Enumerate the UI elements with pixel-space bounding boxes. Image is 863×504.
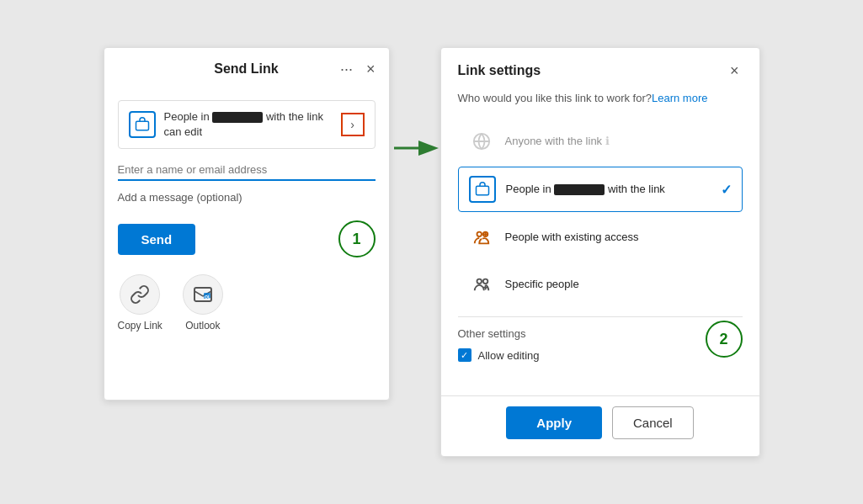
email-input-wrap [118,162,376,181]
option-anyone: Anyone with the link ℹ [458,119,743,163]
specific-people-icon [468,271,495,298]
permission-box[interactable]: People in with the link can edit › [118,100,376,149]
selected-checkmark: ✓ [721,182,732,198]
header-actions: ··· × [337,60,379,78]
svg-rect-7 [476,187,488,196]
close-button[interactable]: × [363,60,379,78]
outlook-label: Outlook [185,320,220,332]
link-settings-title: Link settings [458,63,541,78]
building-icon [469,176,496,203]
copy-link-icon [120,274,160,315]
cancel-button[interactable]: Cancel [612,406,694,439]
send-link-panel: Send Link ··· × People in [104,47,390,401]
other-settings-row: Other settings ✓ Allow editing 2 [458,327,743,375]
send-row: Send 1 [118,220,376,257]
permission-left: People in with the link can edit [129,109,341,140]
option-people-org-text: People in with the link [506,182,711,197]
permission-icon [129,111,156,138]
send-link-header: Send Link ··· × [104,48,389,87]
svg-point-8 [477,232,482,237]
send-button[interactable]: Send [118,224,196,255]
email-input[interactable] [118,163,376,176]
link-settings-subtitle: Who would you like this link to work for… [458,90,743,107]
allow-editing-label: Allow editing [478,349,540,362]
other-settings-content: Other settings ✓ Allow editing [458,327,540,375]
arrow-icon [390,131,440,165]
option-existing-text: People with existing access [505,230,732,245]
link-settings-body: Who would you like this link to work for… [441,90,759,390]
option-anyone-text: Anyone with the link ℹ [505,134,732,149]
learn-more-link[interactable]: Learn more [652,92,707,104]
badge-2: 2 [706,321,743,358]
outlook-button[interactable]: OL Outlook [183,274,223,332]
svg-point-11 [482,279,487,284]
arrow-container [390,47,440,165]
allow-editing-checkbox[interactable]: ✓ [458,348,471,362]
link-settings-header: Link settings × [441,48,759,90]
allow-editing-row: ✓ Allow editing [458,348,540,362]
link-settings-footer: Apply Cancel [441,395,759,456]
apply-button[interactable]: Apply [506,406,602,439]
divider [458,316,743,317]
icon-buttons-row: Copy Link OL Outlook [118,274,376,332]
existing-access-icon [468,224,495,251]
chevron-button[interactable]: › [341,113,365,136]
link-settings-close[interactable]: × [727,61,743,80]
outlook-icon: OL [183,274,223,315]
copy-link-label: Copy Link [118,320,162,332]
link-settings-panel: Link settings × Who would you like this … [440,47,760,458]
copy-link-button[interactable]: Copy Link [118,274,162,332]
svg-rect-0 [136,121,148,130]
svg-text:OL: OL [205,294,210,300]
badge-1: 1 [338,220,376,257]
globe-icon [468,128,495,155]
option-specific-text: Specific people [505,277,732,292]
other-settings-label: Other settings [458,327,540,340]
option-existing-access[interactable]: People with existing access [458,215,743,259]
message-label: Add a message (optional) [118,191,376,204]
option-people-in-org[interactable]: People in with the link ✓ [458,167,743,212]
permission-text: People in with the link can edit [164,109,341,140]
send-link-body: People in with the link can edit › Add a… [104,87,389,345]
ellipsis-button[interactable]: ··· [337,60,356,78]
svg-point-10 [477,279,482,284]
option-specific-people[interactable]: Specific people [458,263,743,306]
